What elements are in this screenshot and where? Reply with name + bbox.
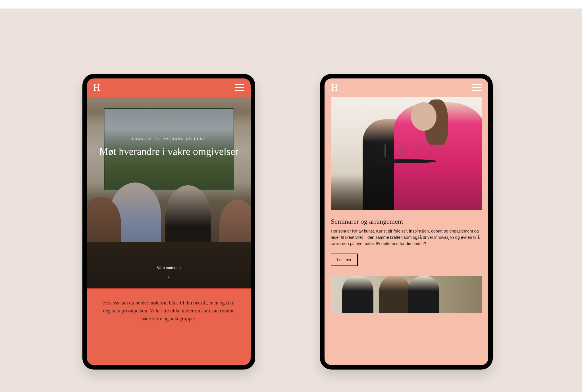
hamburger-menu-icon[interactable] xyxy=(235,84,244,91)
mockup-stage: LOKALER TIL HVERDAG OG FEST Møt hverandr… xyxy=(0,9,582,392)
topbar-left xyxy=(87,78,251,97)
card-photo-seminar xyxy=(331,97,482,210)
hero-photo xyxy=(87,97,251,288)
photo-person xyxy=(342,276,373,313)
scroll-cue-label: Våre møterom xyxy=(87,266,251,270)
hamburger-menu-icon[interactable] xyxy=(472,84,482,91)
scroll-cue[interactable]: Våre møterom ↓ xyxy=(87,266,251,279)
read-more-button[interactable]: Les mer xyxy=(331,254,358,266)
photo-glasses xyxy=(377,135,434,161)
arrow-down-icon: ↓ xyxy=(87,273,251,279)
page-top-whitespace xyxy=(0,0,582,9)
tablet-screen-right: Seminarer og arrangement Horisont er fyl… xyxy=(325,78,488,365)
photo-head xyxy=(411,102,436,131)
hero-eyebrow: LOKALER TIL HVERDAG OG FEST xyxy=(95,137,242,140)
hero-section: LOKALER TIL HVERDAG OG FEST Møt hverandr… xyxy=(87,97,251,288)
photo-person xyxy=(408,276,439,313)
topbar-right xyxy=(325,78,488,97)
tablet-device-left: LOKALER TIL HVERDAG OG FEST Møt hverandr… xyxy=(82,74,255,370)
photo-person xyxy=(379,276,410,313)
card-title: Seminarer og arrangement xyxy=(331,218,482,225)
photo-tray xyxy=(374,159,436,163)
logo-icon[interactable] xyxy=(93,82,101,93)
tablet-device-right: Seminarer og arrangement Horisont er fyl… xyxy=(320,74,493,370)
card-body: Horisont er fylt av kunst. Kunst gir føl… xyxy=(331,228,482,247)
hero-text-block: LOKALER TIL HVERDAG OG FEST Møt hverandr… xyxy=(87,137,251,158)
logo-icon[interactable] xyxy=(331,82,338,93)
card-photo-second xyxy=(331,276,482,313)
intro-block: Hos oss kan du booke møterom både til di… xyxy=(87,289,251,333)
tablet-screen-left: LOKALER TIL HVERDAG OG FEST Møt hverandr… xyxy=(87,78,251,365)
right-content: Seminarer og arrangement Horisont er fyl… xyxy=(325,97,488,313)
hero-overlay xyxy=(87,97,251,288)
hero-headline: Møt hverandre i vakre omgivelser xyxy=(95,146,242,158)
intro-text: Hos oss kan du booke møterom både til di… xyxy=(101,299,237,323)
